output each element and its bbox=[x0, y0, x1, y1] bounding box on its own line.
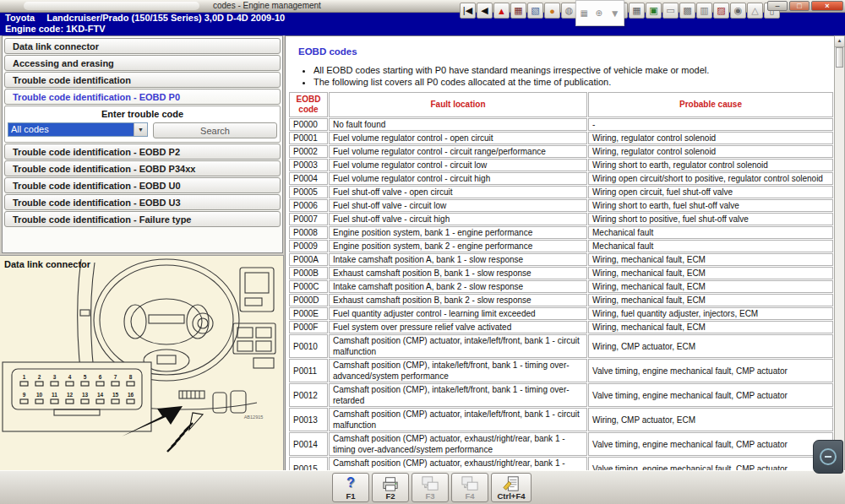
warning-icon[interactable]: ▲ bbox=[493, 3, 510, 19]
hazard-icon[interactable]: △ bbox=[747, 3, 763, 19]
compare-images-icon bbox=[421, 475, 439, 492]
help-icon: ? bbox=[346, 475, 355, 490]
code-filter-value[interactable]: All codes bbox=[8, 123, 134, 136]
session-badge[interactable] bbox=[813, 440, 843, 474]
footer-button-f4[interactable]: F4 bbox=[451, 473, 488, 502]
sidebar-item-lower-3[interactable]: Trouble code identification - EOBD U3 bbox=[4, 194, 281, 210]
footer-button-ctrl-f4[interactable]: Ctrl+F4 bbox=[491, 473, 532, 502]
fault-cell: Exhaust camshaft position B, bank 1 - sl… bbox=[329, 267, 587, 279]
car-front-icon[interactable]: ▥ bbox=[696, 3, 712, 19]
maximize-button[interactable]: □ bbox=[789, 1, 810, 11]
code-cell: P000D bbox=[289, 294, 328, 306]
table-row: P0015Camshaft position (CMP) actuator, e… bbox=[289, 457, 833, 471]
spark-plug-icon[interactable]: ◉ bbox=[730, 3, 746, 19]
display-options-popup[interactable]: ▦ ⊕ ▼ bbox=[575, 0, 624, 26]
cause-cell: Wiring, regulator control solenoid bbox=[588, 145, 833, 158]
code-cell: P0015 bbox=[289, 457, 328, 471]
technical-drawing-icon[interactable]: ▧ bbox=[527, 3, 543, 19]
close-button[interactable]: × bbox=[811, 1, 843, 11]
table-row: P0004Fuel volume regulator control - cir… bbox=[289, 172, 833, 185]
code-cell: P000A bbox=[289, 253, 328, 266]
table-row: P0010Camshaft position (CMP) actuator, i… bbox=[289, 334, 833, 358]
table-row: P000FFuel system over pressure relief va… bbox=[289, 321, 833, 333]
cause-cell: Wiring short to earth, regulator control… bbox=[588, 159, 833, 171]
code-cell: P0011 bbox=[289, 359, 328, 382]
code-cell: P0002 bbox=[289, 145, 328, 158]
code-cell: P0013 bbox=[289, 408, 328, 431]
code-cell: P0009 bbox=[289, 240, 328, 252]
sidebar-item-3[interactable]: Trouble code identification - EOBD P0 bbox=[4, 89, 281, 105]
cause-cell: Wiring open circuit/short to positive, r… bbox=[588, 172, 833, 185]
engine-icon[interactable]: ▣ bbox=[646, 3, 662, 19]
vehicle-model: Landcruiser/Prado (150/155 Series) 3,0D … bbox=[46, 13, 285, 23]
pin-number: 11 bbox=[52, 392, 57, 398]
pin-number: 1 bbox=[23, 374, 26, 380]
figure-label: AB12915 bbox=[244, 415, 264, 420]
footer-button-label: F4 bbox=[465, 492, 474, 501]
vertical-scrollbar[interactable]: ▲ bbox=[834, 35, 845, 471]
diagram-title: Data link connector bbox=[4, 259, 90, 269]
intro-bullet: The following list covers all P0 codes a… bbox=[313, 77, 844, 87]
notes-icon bbox=[502, 475, 521, 492]
nav-back-icon[interactable]: ◀ bbox=[477, 3, 493, 19]
fault-cell: Intake camshaft position A, bank 1 - slo… bbox=[329, 253, 587, 266]
table-header-2: Probable cause bbox=[588, 92, 833, 117]
nav-first-icon[interactable]: |◀ bbox=[460, 3, 476, 19]
fault-cell: Camshaft position (CMP), intake/left/fro… bbox=[329, 359, 587, 382]
cause-cell: Wiring short to earth, fuel shut-off val… bbox=[588, 199, 833, 212]
cause-cell: Valve timing, engine mechanical fault, C… bbox=[588, 383, 833, 407]
table-row: P0006Fuel shut-off valve - circuit lowWi… bbox=[289, 199, 833, 212]
pin-number: 3 bbox=[53, 374, 57, 380]
sidebar-item-2[interactable]: Trouble code identification bbox=[4, 72, 281, 88]
sidebar-item-1[interactable]: Accessing and erasing bbox=[4, 55, 281, 71]
cause-cell: Wiring, mechanical fault, ECM bbox=[588, 321, 833, 333]
cause-cell: Wiring short to positive, fuel shut-off … bbox=[588, 213, 833, 225]
eobd-codes-table: EOBD codeFault locationProbable cause P0… bbox=[288, 91, 834, 471]
table-row: P0011Camshaft position (CMP), intake/lef… bbox=[289, 359, 833, 382]
footer-toolbar: ?F1F2F3F4Ctrl+F4 bbox=[0, 470, 845, 504]
dropdown-arrow-icon[interactable]: ▼ bbox=[134, 123, 147, 136]
cause-cell: Mechanical fault bbox=[588, 240, 833, 252]
brakes-icon[interactable]: ▨ bbox=[713, 3, 729, 19]
minimize-button[interactable]: – bbox=[767, 1, 788, 11]
table-header-1: Fault location bbox=[329, 92, 587, 117]
cause-cell: Valve timing, engine mechanical fault, C… bbox=[588, 457, 833, 471]
table-row: P0012Camshaft position (CMP), intake/lef… bbox=[289, 383, 833, 407]
sidebar-item-lower-4[interactable]: Trouble code identification - Failure ty… bbox=[4, 211, 281, 227]
chevron-down-icon[interactable]: ▼ bbox=[610, 8, 620, 19]
data-link-connector-diagram: 12345678910111213141516 AB12915 bbox=[0, 256, 284, 472]
photo-icon[interactable]: ▦ bbox=[510, 3, 526, 19]
sidebar-item-lower-1[interactable]: Trouble code identification - EOBD P34xx bbox=[4, 160, 281, 176]
code-cell: P0001 bbox=[289, 132, 328, 144]
code-cell: P0004 bbox=[289, 172, 328, 185]
scroll-up-arrow-icon[interactable]: ▲ bbox=[835, 36, 844, 47]
car-body-icon[interactable]: ▭ bbox=[662, 3, 679, 19]
table-row: P000AIntake camshaft position A, bank 1 … bbox=[289, 253, 833, 266]
scrollbar-thumb[interactable] bbox=[836, 47, 843, 68]
code-filter-dropdown[interactable]: All codes ▼ bbox=[8, 122, 148, 137]
engine-detail-icon[interactable]: ▩ bbox=[679, 3, 695, 19]
search-button[interactable]: Search bbox=[153, 122, 277, 138]
grid-icon[interactable]: ▦ bbox=[629, 3, 645, 19]
cause-cell: Wiring, CMP actuator, ECM bbox=[588, 408, 833, 431]
table-header-0: EOBD code bbox=[289, 92, 328, 117]
sidebar-item-0[interactable]: Data link connector bbox=[4, 38, 281, 54]
code-cell: P0003 bbox=[289, 159, 328, 171]
code-cell: P0014 bbox=[289, 432, 328, 456]
fault-cell: Camshaft position (CMP) actuator, exhaus… bbox=[329, 432, 587, 456]
code-cell: P0006 bbox=[289, 199, 328, 212]
app-window: codes - Engine management – □ × ToyotaLa… bbox=[0, 0, 845, 504]
cause-cell: Wiring, mechanical fault, ECM bbox=[588, 280, 833, 293]
footer-button-f1[interactable]: ?F1 bbox=[332, 473, 369, 502]
grid-view-icon[interactable]: ▦ bbox=[580, 8, 587, 18]
content-panel: EOBD codes All EOBD codes starting with … bbox=[285, 35, 845, 471]
table-row: P0001Fuel volume regulator control - ope… bbox=[289, 132, 833, 144]
footer-button-f3[interactable]: F3 bbox=[412, 473, 449, 502]
globe-icon[interactable]: ● bbox=[544, 3, 560, 19]
sidebar-item-lower-2[interactable]: Trouble code identification - EOBD U0 bbox=[4, 177, 281, 193]
sidebar-item-lower-0[interactable]: Trouble code identification - EOBD P2 bbox=[4, 144, 281, 160]
footer-button-f2[interactable]: F2 bbox=[372, 473, 409, 502]
code-cell: P000E bbox=[289, 307, 328, 320]
expand-view-icon[interactable]: ⊕ bbox=[596, 8, 602, 18]
table-row: P0008Engine position system, bank 1 - en… bbox=[289, 226, 833, 239]
